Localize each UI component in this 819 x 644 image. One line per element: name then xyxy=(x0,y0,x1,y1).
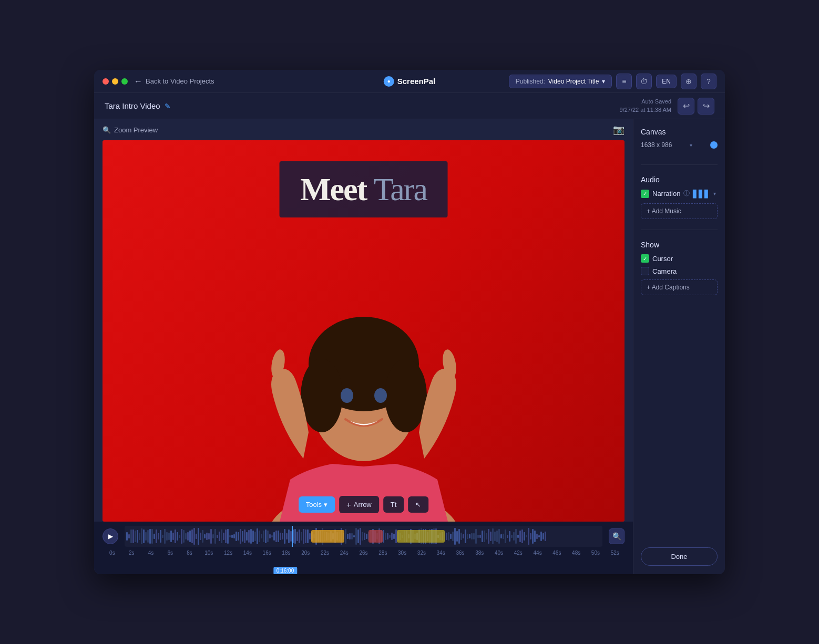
app-window: ← Back to Video Projects ● ScreenPal Pub… xyxy=(94,70,725,574)
chevron-down-icon: ▾ xyxy=(602,78,605,85)
tools-dropdown-icon: ▾ xyxy=(324,501,327,508)
layers-button[interactable]: ≡ xyxy=(616,74,632,89)
close-button[interactable] xyxy=(103,78,109,85)
resolution-row: 1638 x 986 ▾ xyxy=(641,141,718,149)
time-marker: 14s xyxy=(238,550,257,556)
screenshot-icon[interactable]: 📷 xyxy=(613,124,625,136)
resolution-dot xyxy=(710,141,718,149)
logo-text: ScreenPal xyxy=(397,77,436,86)
undo-button[interactable]: ↩ xyxy=(678,98,694,115)
back-arrow-icon: ← xyxy=(134,77,142,86)
time-marker: 36s xyxy=(451,550,470,556)
traffic-lights xyxy=(103,78,128,85)
zoom-icon: 🔍 xyxy=(103,126,111,134)
waveform xyxy=(125,526,602,547)
current-time-badge: 0:16:00 xyxy=(273,567,297,574)
text-button[interactable]: Tt xyxy=(383,496,404,513)
auto-saved-info: Auto Saved 9/27/22 at 11:38 AM xyxy=(620,98,671,114)
back-button[interactable]: ← Back to Video Projects xyxy=(134,77,214,86)
show-title: Show xyxy=(641,241,718,249)
cursor-label: Cursor xyxy=(652,255,673,263)
video-background: Meet Tara xyxy=(103,140,625,522)
time-marker: 0s xyxy=(103,550,122,556)
lang-label: EN xyxy=(662,78,671,85)
auto-saved-label: Auto Saved xyxy=(620,98,671,106)
timeline-track[interactable] xyxy=(125,526,602,547)
cursor-checkbox[interactable]: ✓ xyxy=(641,254,649,263)
add-music-button[interactable]: + Add Music xyxy=(641,203,718,219)
time-marker: 50s xyxy=(586,550,606,556)
time-marker: 8s xyxy=(180,550,199,556)
segment-orange xyxy=(311,530,345,543)
time-marker: 4s xyxy=(141,550,161,556)
camera-checkbox[interactable] xyxy=(641,267,649,275)
history-button[interactable]: ⏱ xyxy=(636,74,652,89)
done-button[interactable]: Done xyxy=(641,547,718,566)
narration-checkbox[interactable]: ✓ xyxy=(641,190,649,198)
camera-row: Camera xyxy=(641,267,718,275)
search-timeline-button[interactable]: 🔍 xyxy=(609,528,625,544)
time-marker: 46s xyxy=(547,550,567,556)
right-panel: Canvas 1638 x 986 ▾ Audio ✓ Narration ⓘ … xyxy=(633,119,725,574)
maximize-button[interactable] xyxy=(121,78,128,85)
editor-area: 🔍 Zoom Preview 📷 Meet Tara xyxy=(94,119,633,574)
timeline-markers: 0s2s4s6s8s10s12s14s16s18s20s22s24s26s28s… xyxy=(103,549,625,557)
time-marker: 22s xyxy=(315,550,335,556)
audio-section: Audio ✓ Narration ⓘ ▋▋▋ ▾ + Add Music xyxy=(641,175,718,219)
tools-button[interactable]: Tools ▾ xyxy=(299,496,335,513)
divider-2 xyxy=(641,230,718,230)
plus-icon: + xyxy=(346,500,351,509)
help-button[interactable]: ? xyxy=(701,74,716,89)
title-bar-right: Published: Video Project Title ▾ ≡ ⏱ EN … xyxy=(509,74,716,89)
title-bar: ← Back to Video Projects ● ScreenPal Pub… xyxy=(94,70,725,93)
panel-spacer xyxy=(641,304,718,539)
video-toolbar: Tools ▾ + Arrow Tt ↖ xyxy=(299,496,429,513)
canvas-section: Canvas 1638 x 986 ▾ xyxy=(641,128,718,154)
audio-bars-icon[interactable]: ▋▋▋ xyxy=(693,190,710,198)
add-captions-button[interactable]: + Add Captions xyxy=(641,279,718,295)
project-title-text: Tara Intro Video xyxy=(105,101,160,110)
person-image xyxy=(103,140,625,522)
cursor-tool-button[interactable]: ↖ xyxy=(408,496,428,513)
play-button[interactable]: ▶ xyxy=(103,528,118,544)
resolution-text: 1638 x 986 xyxy=(641,141,672,149)
stack-button[interactable]: ⊕ xyxy=(681,74,697,89)
language-button[interactable]: EN xyxy=(656,75,677,88)
publish-button[interactable]: Published: Video Project Title ▾ xyxy=(509,75,612,88)
svg-point-6 xyxy=(341,388,353,403)
project-bar: Tara Intro Video ✎ Auto Saved 9/27/22 at… xyxy=(94,93,725,119)
time-marker: 10s xyxy=(199,550,219,556)
time-marker: 32s xyxy=(412,550,432,556)
narration-row: ✓ Narration ⓘ ▋▋▋ ▾ xyxy=(641,189,718,198)
show-section: Show ✓ Cursor Camera + Add Captions xyxy=(641,241,718,295)
narration-label: Narration xyxy=(652,190,680,198)
arrow-button[interactable]: + Arrow xyxy=(339,496,379,513)
time-marker: 20s xyxy=(296,550,315,556)
zoom-label: Zoom Preview xyxy=(114,126,158,134)
tools-label: Tools xyxy=(306,501,322,508)
publish-label: Published: xyxy=(516,78,545,85)
time-marker: 52s xyxy=(605,550,625,556)
auto-saved-time: 9/27/22 at 11:38 AM xyxy=(620,106,671,114)
edit-icon[interactable]: ✎ xyxy=(165,102,171,110)
playhead[interactable] xyxy=(292,526,293,547)
time-marker: 40s xyxy=(489,550,509,556)
time-marker: 30s xyxy=(393,550,412,556)
publish-title: Video Project Title xyxy=(548,78,599,85)
svg-point-4 xyxy=(301,359,343,432)
layers-icon: ≡ xyxy=(622,77,626,86)
time-marker: 16s xyxy=(257,550,277,556)
redo-button[interactable]: ↪ xyxy=(698,98,714,115)
time-marker: 38s xyxy=(470,550,489,556)
done-label: Done xyxy=(671,553,687,560)
narration-dropdown-icon[interactable]: ▾ xyxy=(713,191,716,196)
stack-icon: ⊕ xyxy=(685,77,692,86)
undo-redo-controls: ↩ ↪ xyxy=(678,98,714,115)
time-marker: 26s xyxy=(354,550,373,556)
divider-1 xyxy=(641,164,718,165)
info-icon[interactable]: ⓘ xyxy=(683,189,690,198)
minimize-button[interactable] xyxy=(112,78,118,85)
zoom-preview-button[interactable]: 🔍 Zoom Preview xyxy=(103,126,158,134)
timeline-area: ▶ 🔍 0s2s4s6s8s10s12s14s16s18s20s22s24s26… xyxy=(94,522,633,574)
time-marker: 2s xyxy=(122,550,141,556)
